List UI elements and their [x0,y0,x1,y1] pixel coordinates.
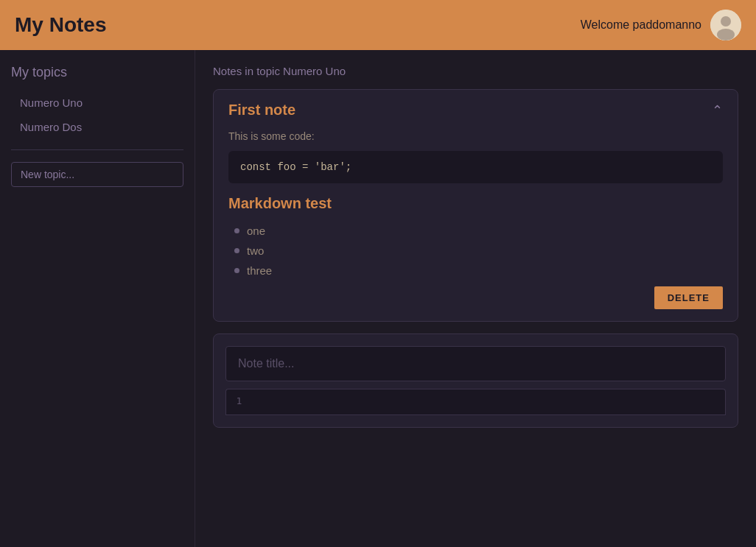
welcome-text: Welcome paddomanno [581,18,701,32]
sidebar-item-numero-uno[interactable]: Numero Uno [11,92,183,113]
app-header: My Notes Welcome paddomanno [0,0,756,50]
collapse-icon: ⌃ [712,102,723,119]
list-item: two [234,241,723,261]
content-area: Notes in topic Numero Uno First note ⌃ T… [195,50,756,547]
bullet-list: one two three [228,221,723,280]
note-title: First note [228,102,295,119]
breadcrumb: Notes in topic Numero Uno [213,65,738,77]
sidebar-item-numero-dos[interactable]: Numero Dos [11,116,183,138]
avatar [710,10,741,40]
note-content-input[interactable] [252,389,726,415]
user-info: Welcome paddomanno [581,10,741,40]
svg-point-1 [721,16,731,27]
svg-point-2 [717,29,735,40]
list-item: one [234,221,723,241]
sidebar: My topics Numero Uno Numero Dos New topi… [0,50,195,547]
note-editor-row: 1 [225,389,726,415]
markdown-section-title: Markdown test [228,195,723,212]
new-note-card: 1 [213,334,738,428]
sidebar-heading: My topics [11,65,183,80]
note-card-header[interactable]: First note ⌃ [214,90,738,130]
delete-button[interactable]: DELETE [654,286,723,309]
new-topic-button[interactable]: New topic... [11,162,183,187]
code-block: const foo = 'bar'; [228,151,723,183]
line-number: 1 [225,389,252,415]
note-actions: DELETE [228,280,723,309]
list-item: three [234,261,723,280]
note-body-text: This is some code: [228,130,723,142]
note-card-first: First note ⌃ This is some code: const fo… [213,89,738,322]
note-title-input[interactable] [225,346,726,381]
sidebar-divider [11,149,183,150]
note-card-body: This is some code: const foo = 'bar'; Ma… [214,130,738,321]
app-title: My Notes [15,13,106,37]
main-layout: My topics Numero Uno Numero Dos New topi… [0,50,756,547]
